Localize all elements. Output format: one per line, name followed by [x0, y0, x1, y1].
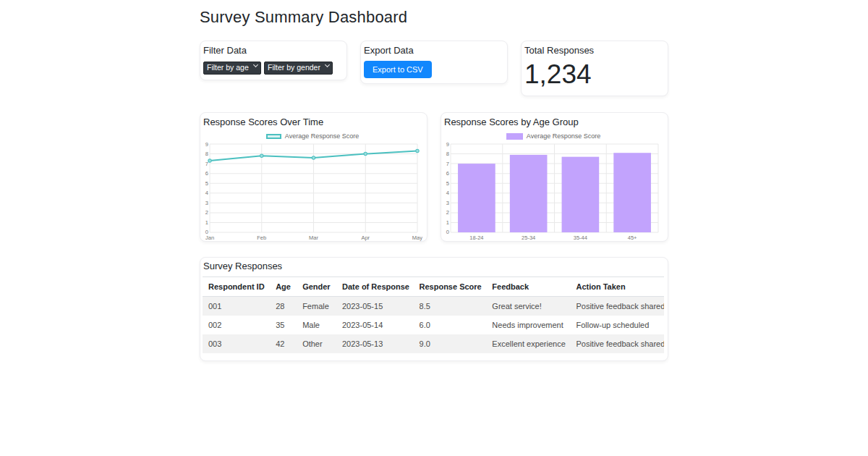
bar-chart-legend: Average Response Score	[443, 132, 663, 140]
column-header: Gender	[297, 276, 336, 296]
filter-by-gender-select[interactable]: Filter by gender	[264, 62, 333, 75]
svg-text:8: 8	[205, 151, 208, 157]
bar-chart: 012345678918-2425-3435-4445+	[443, 141, 663, 242]
export-csv-button[interactable]: Export to CSV	[364, 61, 432, 78]
table-cell: Male	[297, 316, 336, 334]
table-cell: Other	[297, 334, 336, 353]
svg-text:2: 2	[205, 209, 208, 216]
svg-text:0: 0	[446, 229, 449, 235]
svg-text:Feb: Feb	[257, 235, 266, 241]
summary-cards-row: Filter Data Filter by age Filter by gend…	[200, 41, 668, 96]
svg-text:6: 6	[205, 170, 208, 177]
legend-swatch	[506, 133, 523, 140]
svg-text:Apr: Apr	[361, 235, 370, 241]
column-header: Respondent ID	[203, 276, 270, 296]
table-row: 00342Other2023-05-139.0Excellent experie…	[203, 334, 664, 353]
svg-text:9: 9	[205, 141, 208, 147]
svg-text:4: 4	[446, 190, 449, 196]
column-header: Feedback	[486, 276, 570, 296]
table-cell: Female	[297, 296, 336, 316]
bar-chart-title: Response Scores by Age Group	[444, 117, 663, 127]
table-cell: Excellent experience	[486, 334, 570, 353]
table-cell: 002	[203, 316, 270, 334]
gender-select-wrap: Filter by gender	[264, 60, 333, 75]
line-chart-legend: Average Response Score	[203, 132, 422, 140]
export-data-card: Export Data Export to CSV	[360, 41, 508, 84]
table-cell: 001	[203, 296, 270, 316]
table-header: Respondent IDAgeGenderDate of ResponseRe…	[203, 276, 664, 296]
svg-text:1: 1	[205, 219, 208, 226]
table-cell: Positive feedback shared	[570, 334, 664, 353]
svg-text:7: 7	[446, 160, 449, 166]
total-responses-value: 1,234	[524, 60, 663, 89]
table-cell: 2023-05-14	[336, 316, 414, 334]
legend-label: Average Response Score	[527, 132, 600, 140]
column-header: Response Score	[414, 276, 487, 296]
table-row: 00235Male2023-05-146.0Needs improvementF…	[203, 316, 664, 334]
svg-text:18-24: 18-24	[469, 235, 483, 241]
table-cell: 42	[270, 334, 297, 353]
total-responses-card: Total Responses 1,234	[521, 41, 668, 96]
line-chart: 0123456789JanFebMarAprMay	[203, 141, 422, 242]
filter-data-card: Filter Data Filter by age Filter by gend…	[200, 41, 347, 80]
bar-chart-svg: 012345678918-2425-3435-4445+	[443, 141, 663, 242]
column-header: Date of Response	[336, 276, 414, 296]
table-cell: 003	[203, 334, 270, 353]
total-responses-heading: Total Responses	[524, 46, 663, 56]
legend-label: Average Response Score	[285, 132, 359, 140]
svg-text:Mar: Mar	[309, 235, 318, 241]
table-row: 00128Female2023-05-158.5Great service!Po…	[203, 296, 664, 316]
survey-responses-card: Survey Responses Respondent IDAgeGenderD…	[200, 257, 668, 360]
filter-selects: Filter by age Filter by gender	[203, 60, 342, 75]
svg-text:4: 4	[205, 190, 208, 196]
svg-text:45+: 45+	[628, 235, 637, 241]
filter-data-heading: Filter Data	[203, 46, 342, 56]
charts-row: Response Scores Over Time Average Respon…	[200, 112, 668, 242]
column-header: Age	[270, 276, 297, 296]
table-cell: 6.0	[414, 316, 487, 334]
line-chart-svg: 0123456789JanFebMarAprMay	[203, 141, 422, 242]
line-chart-card: Response Scores Over Time Average Respon…	[200, 112, 427, 242]
table-cell: 9.0	[414, 334, 487, 353]
svg-text:5: 5	[205, 180, 208, 186]
table-cell: 2023-05-15	[336, 296, 414, 316]
table-cell: 35	[270, 316, 297, 334]
legend-swatch	[266, 134, 281, 139]
table-cell: 8.5	[414, 296, 487, 316]
table-cell: Follow-up scheduled	[570, 316, 664, 334]
svg-text:7: 7	[205, 160, 208, 166]
svg-text:May: May	[412, 235, 422, 241]
dashboard-container: Survey Summary Dashboard Filter Data Fil…	[200, 8, 668, 361]
table-cell: 2023-05-13	[336, 334, 414, 353]
page-title: Survey Summary Dashboard	[200, 8, 668, 27]
svg-text:35-44: 35-44	[574, 235, 587, 241]
column-header: Action Taken	[570, 276, 664, 296]
table-cell: Great service!	[486, 296, 570, 316]
svg-text:5: 5	[446, 180, 449, 186]
svg-text:8: 8	[446, 151, 449, 157]
survey-responses-table: Respondent IDAgeGenderDate of ResponseRe…	[203, 276, 664, 353]
table-cell: Positive feedback shared	[570, 296, 664, 316]
table-header-row: Respondent IDAgeGenderDate of ResponseRe…	[203, 276, 664, 296]
bar-chart-card: Response Scores by Age Group Average Res…	[441, 112, 668, 242]
table-cell: 28	[270, 296, 297, 316]
svg-text:25-34: 25-34	[522, 235, 535, 241]
svg-text:6: 6	[446, 170, 449, 177]
export-data-heading: Export Data	[364, 46, 503, 56]
svg-text:Jan: Jan	[205, 235, 214, 241]
table-section: Survey Responses Respondent IDAgeGenderD…	[200, 257, 668, 360]
survey-responses-heading: Survey Responses	[203, 261, 664, 271]
age-select-wrap: Filter by age	[203, 60, 261, 75]
svg-text:2: 2	[446, 209, 449, 216]
svg-text:3: 3	[205, 199, 208, 206]
filter-by-age-select[interactable]: Filter by age	[203, 62, 261, 75]
line-chart-title: Response Scores Over Time	[203, 117, 422, 127]
table-body: 00128Female2023-05-158.5Great service!Po…	[203, 296, 664, 353]
svg-text:3: 3	[446, 199, 449, 206]
table-cell: Needs improvement	[486, 316, 570, 334]
svg-text:9: 9	[446, 141, 449, 147]
svg-text:1: 1	[446, 219, 449, 226]
